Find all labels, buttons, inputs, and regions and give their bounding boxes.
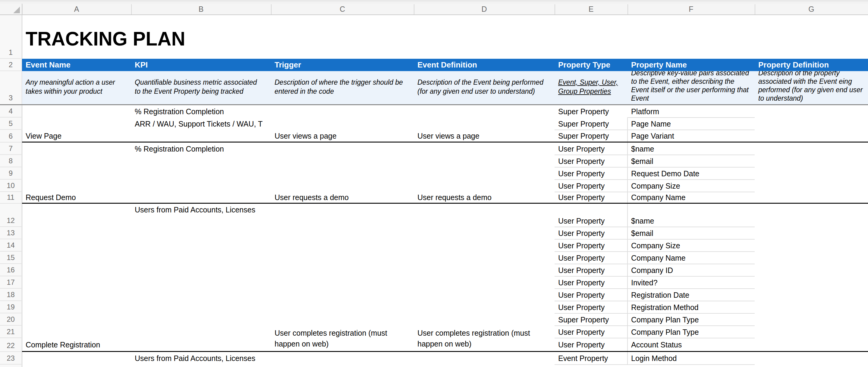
cell-E17[interactable]: User Property — [558, 277, 627, 288]
column-header-C[interactable]: C — [271, 4, 414, 14]
row-header-3[interactable]: 3 — [0, 71, 22, 104]
row-header-12[interactable]: 12 — [0, 204, 22, 227]
row-header-21[interactable]: 21 — [0, 326, 22, 338]
header-cell-C2[interactable]: Trigger — [275, 59, 414, 71]
cell-E8[interactable]: User Property — [558, 156, 627, 166]
row-header-11[interactable]: 11 — [0, 192, 22, 204]
column-header-B[interactable]: B — [131, 4, 271, 14]
cell-A11[interactable]: Request Demo — [26, 192, 131, 203]
cell-E6[interactable]: Super Property — [558, 130, 627, 141]
cell-F7[interactable]: $name — [631, 144, 755, 154]
select-all-corner-icon[interactable] — [13, 7, 20, 13]
cell-B7[interactable]: % Registration Completion — [135, 144, 271, 154]
row-header-8[interactable]: 8 — [0, 155, 22, 167]
grid-line — [555, 129, 755, 130]
cell-A22[interactable]: Complete Registration — [26, 339, 131, 350]
cell-E12[interactable]: User Property — [558, 215, 627, 226]
column-header-G[interactable]: G — [755, 4, 868, 14]
row-header-19[interactable]: 19 — [0, 301, 22, 313]
cell-D6[interactable]: User views a page — [417, 130, 555, 141]
cell-E13[interactable]: User Property — [558, 228, 627, 239]
row-header-15[interactable]: 15 — [0, 252, 22, 264]
cell-F5[interactable]: Page Name — [631, 118, 755, 129]
cell-E10[interactable]: User Property — [558, 181, 627, 191]
row-header-20[interactable]: 20 — [0, 313, 22, 326]
cell-F18[interactable]: Registration Date — [631, 289, 755, 300]
cell-E5[interactable]: Super Property — [558, 118, 627, 129]
column-separator — [627, 4, 628, 14]
cell-F19[interactable]: Registration Method — [631, 302, 755, 313]
cell-B12[interactable]: Users from Paid Accounts, Licenses — [135, 204, 271, 215]
cell-E16[interactable]: User Property — [558, 265, 627, 276]
row-header-5[interactable]: 5 — [0, 118, 22, 130]
cell-G3[interactable]: Description of the propertyassociated wi… — [755, 71, 868, 104]
column-header-F[interactable]: F — [627, 4, 755, 14]
cell-B23[interactable]: Users from Paid Accounts, Licenses — [135, 353, 271, 364]
row-header-4[interactable]: 4 — [0, 105, 22, 118]
cell-E11[interactable]: User Property — [558, 192, 627, 203]
cell-F9[interactable]: Request Demo Date — [631, 168, 755, 179]
cell-E7[interactable]: User Property — [558, 144, 627, 154]
cell-C22[interactable]: User completes registration (must happen… — [275, 328, 414, 349]
column-header-A[interactable]: A — [22, 4, 131, 14]
row-header-13[interactable]: 13 — [0, 227, 22, 239]
row-header-1[interactable]: 1 — [0, 14, 22, 59]
grid-line-vertical — [627, 118, 628, 365]
grid-line — [555, 276, 755, 277]
cell-F14[interactable]: Company Size — [631, 240, 755, 251]
cell-E18[interactable]: User Property — [558, 289, 627, 300]
cell-C6[interactable]: User views a page — [275, 130, 414, 141]
row-header-17[interactable]: 17 — [0, 276, 22, 289]
cell-A6[interactable]: View Page — [26, 130, 131, 141]
row-header-2[interactable]: 2 — [0, 59, 22, 71]
cell-F17[interactable]: Invited? — [631, 277, 755, 288]
cell-E19[interactable]: User Property — [558, 302, 627, 313]
row-header-9[interactable]: 9 — [0, 167, 22, 180]
column-header-E[interactable]: E — [555, 4, 627, 14]
cell-E21[interactable]: User Property — [558, 327, 627, 337]
header-cell-E2[interactable]: Property Type — [558, 59, 627, 71]
cell-F23[interactable]: Login Method — [631, 353, 755, 364]
cell-F4[interactable]: Platform — [631, 106, 755, 117]
cell-D22[interactable]: User completes registration (must happen… — [417, 328, 555, 349]
column-separator — [755, 4, 755, 14]
cell-F21[interactable]: Company Plan Type — [631, 327, 755, 337]
row-header-7[interactable]: 7 — [0, 143, 22, 155]
cell-F8[interactable]: $email — [631, 156, 755, 166]
cell-F16[interactable]: Company ID — [631, 265, 755, 276]
cell-C11[interactable]: User requests a demo — [275, 192, 414, 203]
cell-F10[interactable]: Company Size — [631, 181, 755, 191]
row-header-10[interactable]: 10 — [0, 180, 22, 192]
row-header-6[interactable]: 6 — [0, 130, 22, 143]
header-cell-A2[interactable]: Event Name — [26, 59, 131, 71]
column-header-D[interactable]: D — [414, 4, 555, 14]
row-header-18[interactable]: 18 — [0, 289, 22, 301]
cell-E23[interactable]: Event Property — [558, 353, 627, 364]
cell-E20[interactable]: Super Property — [558, 314, 627, 325]
row-header-23[interactable]: 23 — [0, 352, 22, 365]
cell-E22[interactable]: User Property — [558, 339, 627, 350]
row-header-14[interactable]: 14 — [0, 239, 22, 252]
cell-F11[interactable]: Company Name — [631, 192, 755, 203]
cell-B4[interactable]: % Registration Completion — [135, 106, 271, 117]
cell-F6[interactable]: Page Variant — [631, 130, 755, 141]
page-title[interactable]: TRACKING PLAN — [26, 28, 185, 50]
row-header-22[interactable]: 22 — [0, 338, 22, 352]
cell-F15[interactable]: Company Name — [631, 252, 755, 263]
cell-F22[interactable]: Account Status — [631, 339, 755, 350]
header-cell-G2[interactable]: Property Definition — [758, 59, 868, 71]
header-cell-D2[interactable]: Event Definition — [417, 59, 555, 71]
column-header-border — [0, 14, 868, 15]
cell-F20[interactable]: Company Plan Type — [631, 314, 755, 325]
cell-E14[interactable]: User Property — [558, 240, 627, 251]
cell-F13[interactable]: $email — [631, 228, 755, 239]
header-cell-F2[interactable]: Property Name — [631, 59, 755, 71]
cell-E15[interactable]: User Property — [558, 252, 627, 263]
cell-D11[interactable]: User requests a demo — [417, 192, 555, 203]
cell-F12[interactable]: $name — [631, 215, 755, 226]
header-cell-B2[interactable]: KPI — [135, 59, 271, 71]
row-header-16[interactable]: 16 — [0, 264, 22, 276]
cell-B5[interactable]: ARR / WAU, Support Tickets / WAU, T — [135, 118, 271, 129]
cell-E4[interactable]: Super Property — [558, 106, 627, 117]
cell-E9[interactable]: User Property — [558, 168, 627, 179]
